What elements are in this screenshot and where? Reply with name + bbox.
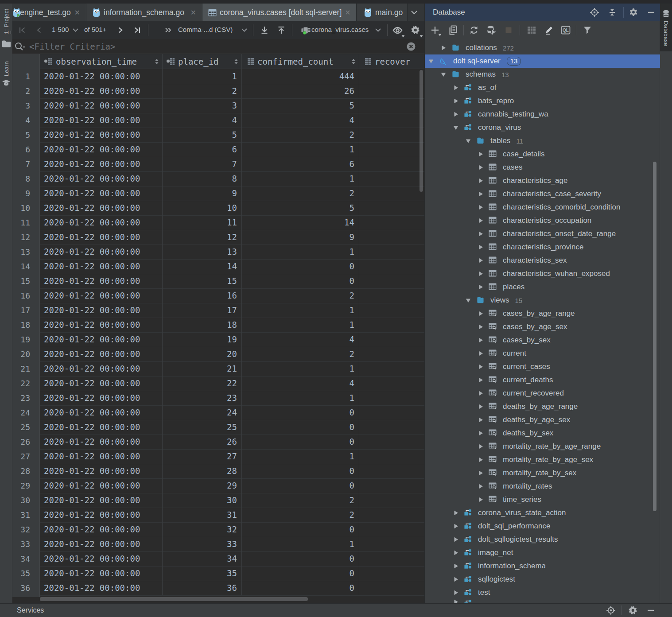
cell-place-id[interactable]: 21	[162, 361, 237, 376]
export-format-label[interactable]: Comma-...d (CSV)	[178, 26, 233, 33]
cell-confirmed-count[interactable]: 0	[241, 405, 354, 420]
cell-confirmed-count[interactable]: 2	[241, 347, 354, 361]
tree-item-current_deaths[interactable]: current_deaths	[425, 373, 660, 387]
tree-item-characteristics_comorbid_condition[interactable]: characteristics_comorbid_condition	[425, 201, 660, 214]
cell-place-id[interactable]: 17	[162, 303, 237, 318]
stripe-button-database[interactable]: Database	[660, 4, 672, 51]
cell-confirmed-count[interactable]: 1	[241, 171, 354, 186]
cell-confirmed-count[interactable]: 0	[241, 522, 354, 537]
modify-data-source-button[interactable]	[486, 25, 497, 35]
expanded-arrow-icon[interactable]	[466, 138, 471, 144]
editor-tab-main[interactable]: main.go	[357, 4, 408, 21]
page-range-label[interactable]: 1-500	[52, 26, 69, 33]
cell-confirmed-count[interactable]: 0	[241, 274, 354, 288]
cell-place-id[interactable]: 15	[162, 274, 237, 288]
cell-confirmed-count[interactable]: 1	[241, 537, 354, 551]
collapse-all-icon[interactable]	[607, 8, 618, 17]
collapsed-arrow-icon[interactable]	[478, 404, 483, 409]
cell-observation-time[interactable]: 2020-01-22 00:00:00	[44, 391, 140, 405]
edit-button[interactable]	[543, 25, 555, 35]
tree-item-case_details[interactable]: case_details	[425, 147, 660, 161]
cell-place-id[interactable]: 20	[162, 347, 237, 361]
cell-confirmed-count[interactable]: 1	[241, 142, 354, 157]
duplicate-button[interactable]	[447, 25, 458, 35]
collapsed-arrow-icon[interactable]	[478, 258, 483, 263]
cell-place-id[interactable]: 16	[162, 288, 237, 303]
editor-tab-information_schema[interactable]: information_schema.go✕	[86, 4, 202, 21]
tree-item-schemas[interactable]: schemas13	[425, 68, 660, 81]
tree-item-current_recovered[interactable]: current_recovered	[425, 387, 660, 400]
cell-observation-time[interactable]: 2020-01-22 00:00:00	[44, 142, 140, 157]
tree-item-sqllogictest[interactable]: sqllogictest	[425, 573, 660, 586]
tab-close-icon[interactable]: ✕	[345, 8, 350, 17]
cell-place-id[interactable]: 13	[162, 244, 237, 259]
filter-row[interactable]: <Filter Criteria>	[12, 39, 424, 54]
editor-tab-engine_test[interactable]: engine_test.go✕	[12, 4, 86, 21]
cell-place-id[interactable]: 28	[162, 464, 237, 478]
cell-place-id[interactable]: 9	[162, 186, 237, 201]
cell-confirmed-count[interactable]: 5	[241, 201, 354, 215]
tree-item-mortality_rate_by_age_sex[interactable]: mortality_rate_by_age_sex	[425, 453, 660, 466]
cell-confirmed-count[interactable]: 2	[241, 493, 354, 508]
cell-observation-time[interactable]: 2020-01-22 00:00:00	[44, 157, 140, 171]
tree-item-cases_by_age_range[interactable]: cases_by_age_range	[425, 307, 660, 320]
cell-observation-time[interactable]: 2020-01-22 00:00:00	[44, 274, 140, 288]
tree-item-image_net[interactable]: image_net	[425, 546, 660, 559]
cell-observation-time[interactable]: 2020-01-22 00:00:00	[44, 537, 140, 551]
cell-observation-time[interactable]: 2020-01-22 00:00:00	[44, 259, 140, 274]
tree-item-dolt_sqllogictest_results[interactable]: dolt_sqllogictest_results	[425, 533, 660, 546]
cell-place-id[interactable]: 19	[162, 332, 237, 347]
cell-place-id[interactable]: 8	[162, 171, 237, 186]
cell-confirmed-count[interactable]: 4	[241, 113, 354, 128]
filter-clear-icon[interactable]	[406, 42, 416, 51]
expanded-arrow-icon[interactable]	[466, 298, 471, 303]
stripe-button-project[interactable]: 1: Project	[0, 9, 12, 48]
expanded-arrow-icon[interactable]	[441, 72, 446, 77]
cell-confirmed-count[interactable]: 5	[241, 98, 354, 113]
tree-item-deaths_by_sex[interactable]: deaths_by_sex	[425, 427, 660, 440]
cell-place-id[interactable]: 14	[162, 259, 237, 274]
tree-item-information_schema[interactable]: information_schema	[425, 559, 660, 573]
services-settings-icon[interactable]	[628, 605, 638, 615]
cell-observation-time[interactable]: 2020-01-22 00:00:00	[44, 566, 140, 581]
cell-confirmed-count[interactable]: 4	[241, 376, 354, 391]
cell-place-id[interactable]: 10	[162, 201, 237, 215]
tab-list-chevron-icon[interactable]	[408, 4, 420, 21]
tree-item-time_series[interactable]: time_series	[425, 493, 660, 506]
cell-place-id[interactable]: 12	[162, 230, 237, 244]
cell-place-id[interactable]: 29	[162, 478, 237, 493]
cell-confirmed-count[interactable]: 0	[241, 478, 354, 493]
tree-item-places[interactable]: places	[425, 280, 660, 294]
cell-confirmed-count[interactable]: 1	[241, 244, 354, 259]
cell-observation-time[interactable]: 2020-01-22 00:00:00	[44, 522, 140, 537]
cell-place-id[interactable]: 34	[162, 551, 237, 566]
cell-place-id[interactable]: 26	[162, 435, 237, 449]
stop-button[interactable]	[503, 25, 514, 35]
cell-place-id[interactable]: 24	[162, 405, 237, 420]
tree-item-as_of[interactable]: as_of	[425, 81, 660, 94]
cell-confirmed-count[interactable]: 1	[241, 361, 354, 376]
cell-place-id[interactable]: 36	[162, 581, 237, 595]
add-data-source-button[interactable]	[429, 25, 441, 35]
collapsed-arrow-icon[interactable]	[478, 351, 483, 356]
collapsed-arrow-icon[interactable]	[478, 470, 483, 476]
cell-observation-time[interactable]: 2020-01-22 00:00:00	[44, 508, 140, 522]
collapsed-arrow-icon[interactable]	[453, 537, 458, 542]
tree-item-cases_by_sex[interactable]: cases_by_sex	[425, 334, 660, 347]
collapsed-arrow-icon[interactable]	[478, 457, 483, 462]
cell-observation-time[interactable]: 2020-01-22 00:00:00	[44, 230, 140, 244]
tree-item-characteristics_occupation[interactable]: characteristics_occupation	[425, 214, 660, 227]
cell-confirmed-count[interactable]: 2	[241, 508, 354, 522]
cell-observation-time[interactable]: 2020-01-22 00:00:00	[44, 376, 140, 391]
cell-confirmed-count[interactable]: 2	[241, 128, 354, 142]
tab-close-icon[interactable]: ✕	[74, 8, 80, 17]
cell-confirmed-count[interactable]: 6	[241, 157, 354, 171]
collapsed-arrow-icon[interactable]	[478, 218, 483, 223]
cell-observation-time[interactable]: 2020-01-22 00:00:00	[44, 128, 140, 142]
collapsed-arrow-icon[interactable]	[478, 338, 483, 343]
cell-confirmed-count[interactable]: 0	[241, 566, 354, 581]
collapsed-arrow-icon[interactable]	[478, 205, 483, 210]
last-page-button[interactable]	[130, 23, 144, 37]
cell-place-id[interactable]: 6	[162, 142, 237, 157]
cell-observation-time[interactable]: 2020-01-22 00:00:00	[44, 420, 140, 435]
